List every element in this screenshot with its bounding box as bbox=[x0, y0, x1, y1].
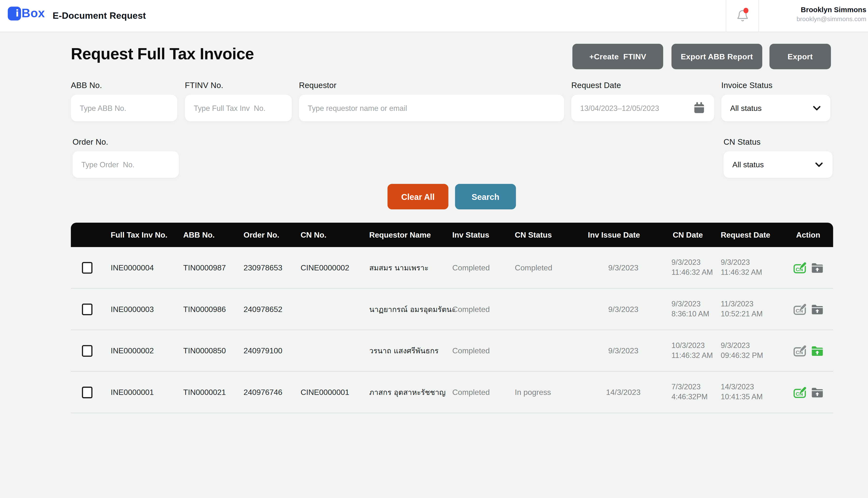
column-header: CN Date bbox=[659, 231, 717, 239]
column-header: CN Status bbox=[515, 231, 588, 239]
table-body: INE0000004 TIN0000987 230978653 CINE0000… bbox=[71, 247, 833, 413]
cell-abb-no: TIN0000850 bbox=[183, 346, 244, 355]
requestor-label: Requestor bbox=[299, 81, 564, 90]
app-title: E-Document Request bbox=[53, 0, 146, 31]
invoice-status-label: Invoice Status bbox=[721, 81, 830, 90]
export-abb-report-button[interactable]: Export ABB Report bbox=[672, 44, 762, 69]
cell-action: CN bbox=[783, 386, 833, 398]
cell-abb-no: TIN0000021 bbox=[183, 388, 244, 397]
cell-action: CN bbox=[783, 261, 833, 274]
cell-cn-status: Completed bbox=[515, 263, 588, 272]
cell-full-tax-inv-no: INE0000003 bbox=[111, 305, 183, 313]
cell-cn-no: CINE0000001 bbox=[301, 388, 369, 397]
cell-action: CN bbox=[783, 344, 833, 357]
table-row: INE0000001 TIN0000021 240976746 CINE0000… bbox=[71, 372, 833, 414]
row-checkbox[interactable] bbox=[82, 262, 92, 273]
order-no-input[interactable] bbox=[72, 151, 179, 178]
table-header-row: Full Tax Inv No.ABB No.Order No.CN No.Re… bbox=[71, 223, 833, 247]
cell-requestor-name: ภาสกร อุตสาหะรัชชาญ bbox=[369, 386, 452, 398]
request-date-input[interactable]: 13/04/2023–12/05/2023 bbox=[571, 95, 714, 121]
cell-action: CN bbox=[783, 303, 833, 315]
cell-order-no: 240976746 bbox=[244, 388, 301, 397]
cell-cn-status: In pogress bbox=[515, 388, 588, 397]
cell-cn-date: 9/3/2023 8:36:10 AM bbox=[659, 299, 717, 319]
cell-full-tax-inv-no: INE0000004 bbox=[111, 263, 183, 272]
logo-letter: i bbox=[16, 9, 21, 18]
cell-order-no: 230978653 bbox=[244, 263, 301, 272]
table-row: INE0000002 TIN0000850 240979100 วรนาถ แส… bbox=[71, 330, 833, 372]
cn-status-label: CN Status bbox=[723, 137, 832, 146]
clear-all-button[interactable]: Clear All bbox=[388, 184, 449, 209]
cell-cn-date: 10/3/2023 11:46:32 AM bbox=[659, 341, 717, 361]
column-header: ABB No. bbox=[183, 231, 244, 239]
cell-cn-date: 9/3/2023 11:46:32 AM bbox=[659, 258, 717, 278]
cell-inv-status: Completed bbox=[452, 388, 515, 397]
cell-order-no: 240979100 bbox=[244, 346, 301, 355]
export-button[interactable]: Export bbox=[770, 44, 831, 69]
ftinv-no-label: FTINV No. bbox=[185, 81, 292, 90]
cell-inv-status: Completed bbox=[452, 346, 515, 355]
user-menu[interactable]: Brooklyn Simmons brooklyn@simmons.com bbox=[745, 5, 866, 23]
cell-inv-issue-date: 14/3/2023 bbox=[588, 388, 659, 397]
row-checkbox[interactable] bbox=[82, 345, 92, 356]
cn-status-select[interactable]: All status bbox=[723, 151, 832, 178]
cell-requestor-name: นาฏยากรณ์ อมรอุดมรัตนะ bbox=[369, 303, 452, 315]
abb-no-label: ABB No. bbox=[71, 81, 177, 90]
chevron-down-icon bbox=[814, 160, 824, 169]
requestor-input[interactable] bbox=[299, 95, 564, 121]
table-row: INE0000004 TIN0000987 230978653 CINE0000… bbox=[71, 247, 833, 289]
row-checkbox[interactable] bbox=[82, 386, 92, 398]
user-email: brooklyn@simmons.com bbox=[745, 15, 866, 23]
cn-edit-icon[interactable]: CN bbox=[793, 344, 807, 357]
top-bar: i Box E-Document Request Brooklyn Simmon… bbox=[0, 0, 868, 32]
chevron-down-icon bbox=[812, 103, 822, 113]
column-header: Inv Issue Date bbox=[588, 231, 659, 239]
cell-cn-date: 7/3/2023 4:46:32PM bbox=[659, 382, 717, 402]
brand-logo[interactable]: i Box bbox=[8, 6, 45, 21]
table-row: INE0000003 TIN0000986 240978652 นาฏยากรณ… bbox=[71, 289, 833, 330]
cell-cn-no: CINE0000002 bbox=[301, 263, 369, 272]
ftinv-no-input[interactable] bbox=[185, 95, 292, 121]
column-header: Inv Status bbox=[452, 231, 515, 239]
cell-requestor-name: วรนาถ แสงศรีพันธกร bbox=[369, 344, 452, 357]
search-button[interactable]: Search bbox=[455, 184, 516, 209]
folder-upload-icon[interactable] bbox=[811, 262, 823, 273]
column-header: Action bbox=[783, 231, 833, 239]
results-table: Full Tax Inv No.ABB No.Order No.CN No.Re… bbox=[71, 223, 833, 414]
column-header: CN No. bbox=[301, 231, 369, 239]
cell-inv-status: Completed bbox=[452, 305, 515, 313]
row-checkbox[interactable] bbox=[82, 303, 92, 315]
request-date-value: 13/04/2023–12/05/2023 bbox=[580, 104, 659, 112]
abb-no-input[interactable] bbox=[71, 95, 177, 121]
cell-inv-status: Completed bbox=[452, 263, 515, 272]
cell-requestor-name: สมสมร นามเพราะ bbox=[369, 261, 452, 274]
cell-inv-issue-date: 9/3/2023 bbox=[588, 305, 659, 313]
brand-name: Box bbox=[22, 6, 45, 21]
cell-request-date: 11/3/2023 10:52:21 AM bbox=[717, 299, 783, 319]
user-name: Brooklyn Simmons bbox=[745, 5, 866, 15]
cell-full-tax-inv-no: INE0000002 bbox=[111, 346, 183, 355]
cell-request-date: 9/3/2023 09:46:32 PM bbox=[717, 341, 783, 361]
ibox-logo-icon: i bbox=[8, 6, 21, 20]
invoice-status-select[interactable]: All status bbox=[721, 95, 830, 121]
folder-upload-icon[interactable] bbox=[811, 303, 823, 315]
cell-abb-no: TIN0000986 bbox=[183, 305, 244, 313]
page-title: Request Full Tax Invoice bbox=[71, 45, 254, 63]
folder-upload-icon[interactable] bbox=[811, 345, 823, 356]
request-date-label: Request Date bbox=[571, 81, 714, 90]
cell-inv-issue-date: 9/3/2023 bbox=[588, 346, 659, 355]
cell-full-tax-inv-no: INE0000001 bbox=[111, 388, 183, 397]
e-document-request-page: i Box E-Document Request Brooklyn Simmon… bbox=[0, 0, 868, 498]
cell-order-no: 240978652 bbox=[244, 305, 301, 313]
folder-upload-icon[interactable] bbox=[811, 386, 823, 398]
order-no-label: Order No. bbox=[72, 137, 179, 146]
cn-edit-icon[interactable]: CN bbox=[793, 261, 807, 274]
calendar-icon bbox=[693, 102, 705, 114]
cn-status-value: All status bbox=[732, 160, 764, 169]
cn-edit-icon[interactable]: CN bbox=[793, 386, 807, 398]
column-header: Request Date bbox=[717, 231, 783, 239]
create-ftinv-button[interactable]: +Create FTINV bbox=[572, 44, 663, 69]
column-header: Order No. bbox=[244, 231, 301, 239]
cn-edit-icon[interactable]: CN bbox=[793, 303, 807, 315]
cell-request-date: 14/3/2023 10:41:35 AM bbox=[717, 382, 783, 402]
